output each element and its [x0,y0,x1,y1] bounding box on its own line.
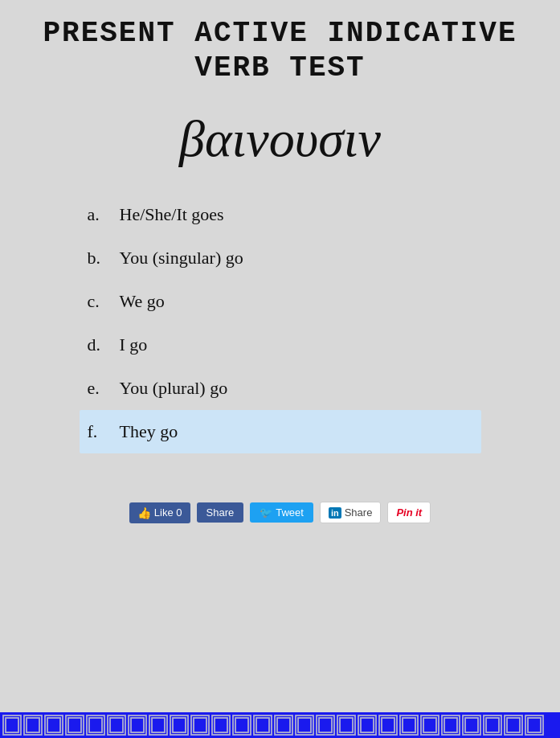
tweet-label: Tweet [276,506,304,519]
linkedin-share-button[interactable]: in Share [320,502,381,523]
linkedin-label: Share [345,506,373,519]
option-d-text: I go [120,334,148,355]
option-b[interactable]: b. You (singular) go [80,236,481,280]
option-f-text: They go [120,421,178,442]
twitter-tweet-button[interactable]: 🐦 Tweet [250,502,313,523]
option-c-text: We go [120,291,165,312]
option-f[interactable]: f. They go [80,410,481,453]
option-e-letter: e. [88,378,120,399]
social-bar: 👍 Like 0 Share 🐦 Tweet in Share Pin it [129,502,431,523]
linkedin-icon: in [329,507,341,519]
option-a[interactable]: a. He/She/It goes [80,193,481,236]
bottom-decorative-border [0,712,560,738]
option-f-letter: f. [88,421,120,442]
answer-options-list: a. He/She/It goes b. You (singular) go c… [80,193,481,453]
option-b-text: You (singular) go [120,248,243,269]
option-c[interactable]: c. We go [80,280,481,323]
option-d-letter: d. [88,334,120,355]
facebook-share-button[interactable]: Share [197,502,244,523]
twitter-bird-icon: 🐦 [260,506,272,519]
option-a-letter: a. [88,204,120,225]
facebook-like-button[interactable]: 👍 Like 0 [129,502,190,523]
pinterest-pin-button[interactable]: Pin it [387,502,431,523]
pinterest-label: Pin it [396,506,422,519]
option-b-letter: b. [88,248,120,269]
option-e[interactable]: e. You (plural) go [80,367,481,410]
greek-word-display: βαινουσιν [179,109,381,169]
option-c-letter: c. [88,291,120,312]
option-a-text: He/She/It goes [120,204,224,225]
page-title: Present Active Indicative Verb Test [0,16,560,85]
option-e-text: You (plural) go [120,378,228,399]
like-label: Like 0 [154,506,182,519]
thumbs-up-icon: 👍 [137,506,151,519]
page-container: Present Active Indicative Verb Test βαιν… [0,0,560,738]
fb-share-label: Share [206,506,235,519]
option-d[interactable]: d. I go [80,323,481,367]
